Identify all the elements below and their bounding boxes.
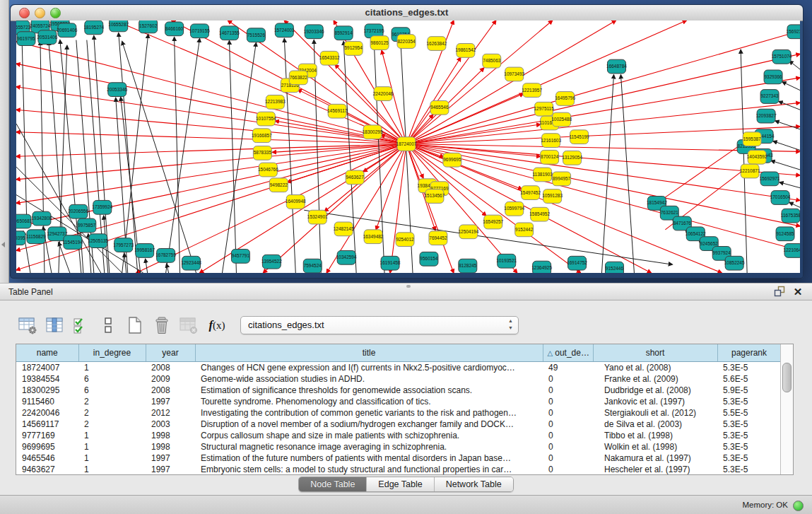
- table-scrollbar[interactable]: [780, 344, 793, 474]
- graph-node[interactable]: 12482145: [334, 222, 354, 236]
- tab-edge-table[interactable]: Edge Table: [367, 477, 434, 491]
- table-panel-header[interactable]: Table Panel ✕: [0, 283, 812, 300]
- graph-node[interactable]: 8466160: [165, 22, 184, 36]
- graph-node[interactable]: 16543312: [319, 51, 340, 65]
- graph-node[interactable]: 18195274: [83, 21, 104, 35]
- graph-node[interactable]: 5912954: [344, 42, 363, 56]
- graph-node[interactable]: 9254012: [396, 233, 414, 247]
- graph-node[interactable]: 9560154: [420, 252, 438, 266]
- graph-node[interactable]: 10599794: [504, 201, 524, 216]
- graph-node[interactable]: 9152442: [515, 223, 534, 237]
- delete-table-icon[interactable]: [177, 314, 201, 337]
- graph-node[interactable]: 15324901: [307, 210, 328, 224]
- panel-collapse-arrow-icon[interactable]: [1, 242, 5, 247]
- graph-node[interactable]: 19958167: [134, 244, 155, 258]
- graph-node[interactable]: 16648784: [606, 59, 627, 74]
- graph-node[interactable]: 10193521: [496, 254, 517, 268]
- column-header-title[interactable]: title: [195, 344, 543, 362]
- graph-node[interactable]: 12923448: [181, 256, 201, 270]
- graph-node[interactable]: 9124585: [776, 227, 794, 241]
- column-header-name[interactable]: name: [16, 344, 78, 362]
- graph-node[interactable]: 19203346: [304, 25, 324, 39]
- column-visibility-icon[interactable]: [42, 314, 66, 337]
- graph-node[interactable]: 9465546: [430, 100, 449, 115]
- graph-node[interactable]: 15692174: [787, 25, 800, 39]
- scrollbar-thumb[interactable]: [782, 363, 792, 392]
- graph-node[interactable]: 19861542: [455, 44, 476, 58]
- graph-node[interactable]: 9619795: [17, 32, 35, 46]
- graph-node[interactable]: 9860125: [370, 36, 389, 50]
- graph-node[interactable]: 19166857: [252, 129, 272, 143]
- column-header-in_degree[interactable]: in_degree: [78, 344, 146, 362]
- graph-node[interactable]: 10655287: [108, 21, 129, 32]
- table-row[interactable]: 977716911998Corpus callosum shape and si…: [16, 430, 781, 441]
- network-canvas[interactable]: 2065572324055724195658249619795205314062…: [16, 21, 800, 273]
- graph-node[interactable]: 15724001: [274, 23, 295, 37]
- graph-node[interactable]: 8994957: [553, 172, 571, 186]
- graph-node[interactable]: 9498222: [269, 178, 288, 192]
- float-panel-icon[interactable]: [772, 286, 787, 298]
- graph-node[interactable]: 10107554: [256, 112, 276, 126]
- table-mode-icon[interactable]: [16, 314, 40, 337]
- graph-node[interactable]: 9463627: [346, 170, 364, 185]
- graph-node[interactable]: 15134567: [425, 189, 445, 204]
- graph-node[interactable]: 7663822: [289, 71, 307, 85]
- table-row[interactable]: 1872400712008Changes of HCN gene express…: [16, 362, 781, 374]
- graph-node[interactable]: 7594524: [303, 259, 322, 273]
- table-row[interactable]: 969969511998Structural magnetic resonanc…: [16, 441, 781, 452]
- graph-node[interactable]: 8592914: [334, 26, 353, 40]
- table-row[interactable]: 2242004622012Investigating the contribut…: [16, 407, 781, 419]
- graph-node[interactable]: 5878335: [253, 146, 271, 160]
- graph-node[interactable]: 10852245: [724, 256, 745, 270]
- graph-node[interactable]: 9227343: [760, 90, 779, 104]
- graph-node[interactable]: 7515526: [247, 28, 265, 42]
- graph-node[interactable]: 20650681: [16, 214, 33, 228]
- graph-node[interactable]: 13129054: [562, 151, 582, 165]
- graph-node[interactable]: 12213983: [265, 95, 286, 110]
- graph-node[interactable]: 16782759: [155, 248, 176, 262]
- graph-node[interactable]: 10591283: [542, 189, 563, 204]
- graph-node[interactable]: 14043592: [747, 150, 767, 164]
- column-header-out_de[interactable]: △out_de…: [543, 344, 593, 362]
- graph-node[interactable]: 15046766: [258, 163, 278, 177]
- graph-node[interactable]: 20691406: [57, 23, 77, 37]
- table-row[interactable]: 946362711997Embryonic stem cells: a mode…: [16, 464, 781, 475]
- table-row[interactable]: 1938455462009Genome-wide association stu…: [16, 373, 781, 385]
- graph-node[interactable]: 12210871: [740, 164, 760, 178]
- graph-node[interactable]: 12975115: [534, 102, 554, 116]
- select-rows-icon[interactable]: [69, 314, 93, 337]
- graph-node[interactable]: 7485063: [483, 54, 501, 68]
- graph-node[interactable]: 20531406: [37, 30, 58, 45]
- delete-column-icon[interactable]: [150, 314, 174, 337]
- graph-node[interactable]: 17016504: [770, 191, 791, 205]
- graph-node[interactable]: 11156829: [26, 230, 46, 244]
- graph-node[interactable]: 1595387: [743, 132, 761, 146]
- tab-network-table[interactable]: Network Table: [435, 477, 513, 491]
- graph-node[interactable]: 7694452: [429, 231, 447, 245]
- graph-node[interactable]: 17359924: [92, 200, 112, 214]
- graph-node[interactable]: 15751074: [772, 49, 792, 64]
- graph-node[interactable]: 16549257: [483, 215, 503, 229]
- column-header-pagerank[interactable]: pagerank: [717, 344, 781, 362]
- graph-node[interactable]: 9329366: [764, 70, 782, 84]
- graph-node[interactable]: 12213957: [522, 83, 542, 98]
- graph-node[interactable]: 14569117: [327, 104, 348, 118]
- graph-node[interactable]: 16349482: [363, 230, 384, 244]
- graph-node[interactable]: 15854952: [529, 207, 550, 221]
- table-row[interactable]: 946554611997Estimation of the future num…: [16, 452, 781, 464]
- graph-node[interactable]: 9975857: [78, 218, 96, 233]
- graph-node[interactable]: 16191458: [380, 256, 401, 270]
- graph-node[interactable]: 10342594: [336, 250, 357, 264]
- graph-node[interactable]: 18300295: [363, 125, 383, 139]
- graph-hub-node[interactable]: 18724007: [396, 137, 417, 151]
- graph-node[interactable]: 14671355: [219, 26, 240, 40]
- table-row[interactable]: 911546021997Tourette syndrome. Phenomeno…: [16, 396, 781, 407]
- graph-node[interactable]: 12210648: [784, 244, 800, 258]
- graph-node[interactable]: 8700124: [541, 150, 559, 164]
- graph-node[interactable]: 12504194: [458, 225, 478, 239]
- tab-node-table[interactable]: Node Table: [299, 477, 367, 491]
- graph-node[interactable]: 11381903: [532, 168, 553, 182]
- column-header-year[interactable]: year: [146, 344, 195, 362]
- graph-node[interactable]: 16914752: [567, 256, 587, 270]
- table-row[interactable]: 1830029562008Estimation of significance …: [16, 385, 781, 396]
